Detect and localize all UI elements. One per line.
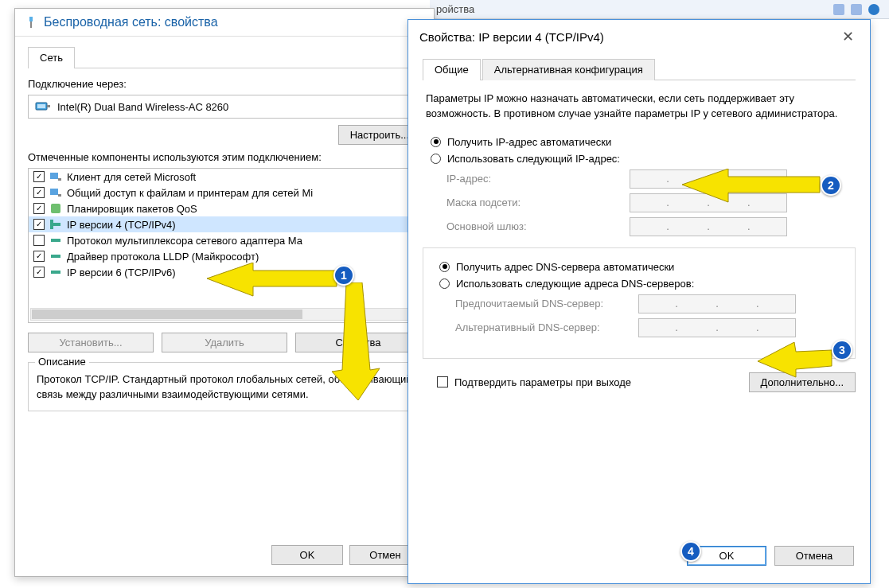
radio-label: Использовать следующие адреса DNS-сервер… (456, 278, 694, 290)
svg-rect-6 (58, 178, 61, 181)
tab-network[interactable]: Сеть (28, 47, 75, 68)
components-list[interactable]: Клиент для сетей Microsoft Общий доступ … (28, 168, 421, 323)
field-label: IP-адрес: (446, 173, 630, 185)
dns-alt-input: ... (638, 318, 796, 337)
list-item[interactable]: Протокол мультиплексора сетевого адаптер… (29, 232, 420, 248)
annotation-badge-1: 1 (333, 265, 354, 286)
radio-ip-auto[interactable]: Получить IP-адрес автоматически (431, 136, 856, 148)
tabs: Сеть (28, 46, 421, 68)
description-text: Протокол TCP/IP. Стандартный протокол гл… (37, 372, 412, 403)
install-button[interactable]: Установить... (28, 333, 154, 352)
bg-icon-2 (851, 4, 862, 15)
ipv4-properties-window: Свойства: IP версии 4 (TCP/IPv4) ✕ Общие… (407, 19, 871, 584)
window-title: Беспроводная сеть: свойства (44, 15, 218, 29)
tab-general[interactable]: Общие (423, 59, 481, 80)
components-label: Отмеченные компоненты используются этим … (28, 151, 421, 163)
gateway-input: ... (630, 217, 787, 236)
checkbox[interactable] (33, 267, 45, 278)
ip-group: Получить IP-адрес автоматически Использо… (423, 136, 856, 236)
field-gateway: Основной шлюз: ... (446, 217, 856, 236)
item-label: Общий доступ к файлам и принтерам для се… (67, 187, 313, 199)
item-label: Протокол мультиплексора сетевого адаптер… (67, 235, 302, 247)
list-item[interactable]: IP версии 6 (TCP/IPv6) (29, 264, 420, 280)
list-item[interactable]: Общий доступ к файлам и принтерам для се… (29, 185, 420, 201)
radio-label: Использовать следующий IP-адрес: (447, 153, 620, 165)
svg-rect-13 (51, 255, 60, 258)
advanced-button[interactable]: Дополнительно... (749, 372, 856, 392)
checkbox[interactable] (33, 171, 45, 182)
radio-dot-icon (439, 262, 450, 272)
svg-rect-9 (51, 204, 60, 213)
remove-button[interactable]: Удалить (162, 333, 287, 352)
svg-rect-11 (50, 220, 53, 229)
checkbox[interactable] (33, 203, 45, 214)
field-label: Альтернативный DNS-сервер: (455, 321, 638, 333)
description-group: Описание Протокол TCP/IP. Стандартный пр… (28, 362, 421, 411)
adapter-name: Intel(R) Dual Band Wireless-AC 8260 (57, 101, 228, 113)
svg-rect-7 (50, 189, 58, 195)
checkbox-label: Подтвердить параметры при выходе (454, 376, 631, 388)
component-icon (49, 202, 62, 215)
description-legend: Описание (35, 356, 89, 368)
field-dns-pref: Предпочитаемый DNS-сервер: ... (455, 294, 847, 313)
scrollbar-thumb[interactable] (32, 310, 302, 319)
radio-dot-icon (431, 137, 441, 147)
titlebar: Беспроводная сеть: свойства (15, 9, 434, 37)
confirm-on-exit-checkbox[interactable]: Подтвердить параметры при выходе (423, 376, 631, 388)
item-label: Клиент для сетей Microsoft (67, 171, 196, 183)
item-label: IP версии 4 (TCP/IPv4) (67, 219, 176, 231)
properties-button[interactable]: Свойства (295, 333, 421, 352)
checkbox[interactable] (33, 187, 45, 198)
horizontal-scrollbar[interactable] (30, 308, 419, 321)
item-label: IP версии 6 (TCP/IPv6) (67, 267, 176, 278)
intro-text: Параметры IP можно назначать автоматичес… (426, 92, 852, 122)
item-label: Планировщик пакетов QoS (67, 203, 197, 215)
dns-group: Получить адрес DNS-сервера автоматически… (423, 247, 856, 359)
tabs: Общие Альтернативная конфигурация (423, 58, 856, 80)
component-icon (49, 218, 62, 231)
radio-ip-manual[interactable]: Использовать следующий IP-адрес: (431, 153, 856, 165)
list-item[interactable]: Планировщик пакетов QoS (29, 201, 420, 216)
field-dns-alt: Альтернативный DNS-сервер: ... (455, 318, 847, 337)
annotation-badge-2: 2 (821, 175, 841, 196)
field-ip: IP-адрес: ... (446, 169, 856, 189)
cancel-button[interactable]: Отмена (774, 546, 854, 566)
svg-rect-4 (47, 105, 50, 107)
component-icon (49, 186, 62, 199)
svg-rect-12 (51, 239, 60, 242)
list-item[interactable]: Клиент для сетей Microsoft (29, 169, 420, 185)
mask-input: ... (630, 193, 787, 212)
close-icon[interactable]: ✕ (837, 28, 859, 45)
list-item[interactable]: Драйвер протокола LLDP (Майкрософт) (29, 248, 420, 264)
dns-pref-input: ... (638, 294, 796, 313)
ip-input: ... (630, 169, 787, 189)
field-label: Маска подсети: (446, 197, 630, 208)
checkbox[interactable] (437, 376, 448, 387)
adapter-icon (35, 100, 51, 113)
field-label: Основной шлюз: (446, 220, 630, 232)
component-icon (49, 266, 62, 278)
field-label: Предпочитаемый DNS-сервер: (455, 298, 638, 310)
window-title: Свойства: IP версии 4 (TCP/IPv4) (419, 30, 604, 44)
connection-label: Подключение через: (28, 78, 421, 90)
component-icon (49, 170, 62, 183)
radio-dns-manual[interactable]: Использовать следующие адреса DNS-сервер… (439, 278, 847, 290)
svg-rect-1 (30, 21, 32, 28)
tab-alt-config[interactable]: Альтернативная конфигурация (482, 59, 655, 80)
radio-label: Получить адрес DNS-сервера автоматически (456, 261, 674, 273)
ok-button[interactable]: OK (271, 545, 343, 565)
list-item-ipv4[interactable]: IP версии 4 (TCP/IPv4) (29, 216, 420, 232)
svg-rect-3 (37, 104, 45, 108)
svg-rect-0 (29, 17, 33, 21)
component-icon (49, 234, 62, 247)
checkbox[interactable] (33, 251, 45, 262)
annotation-badge-4: 4 (680, 541, 701, 562)
titlebar: Свойства: IP версии 4 (TCP/IPv4) ✕ (408, 20, 870, 53)
checkbox[interactable] (33, 219, 45, 230)
wireless-properties-window: Беспроводная сеть: свойства Сеть Подключ… (14, 8, 435, 577)
background-toolbar: ройства (430, 0, 889, 19)
adapter-box: Intel(R) Dual Band Wireless-AC 8260 (28, 95, 421, 119)
radio-dns-auto[interactable]: Получить адрес DNS-сервера автоматически (439, 261, 847, 273)
svg-rect-5 (50, 173, 58, 179)
checkbox[interactable] (33, 235, 45, 246)
